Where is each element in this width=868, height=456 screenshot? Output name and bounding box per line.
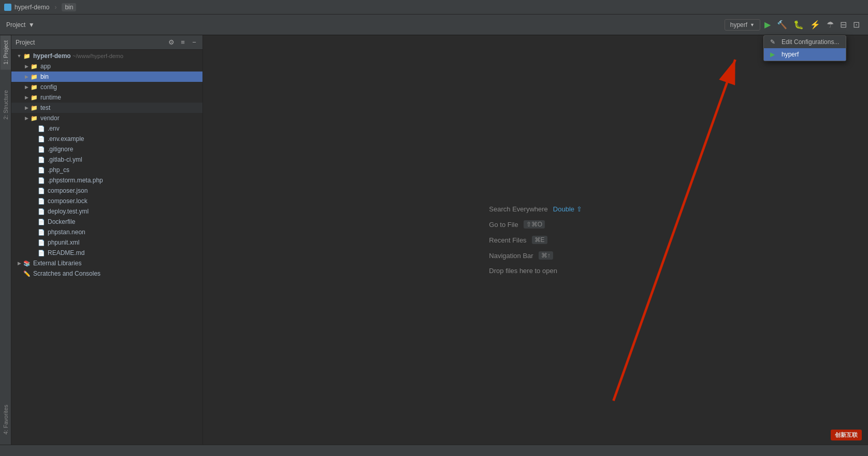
debug-button[interactable]: 🐛 <box>791 19 806 31</box>
sidebar-tab-structure[interactable]: 2: Structure <box>1 85 11 125</box>
sidebar-tab-project[interactable]: 1: Project <box>1 35 11 69</box>
file-icon-gitlab-ci: 📄 <box>37 155 46 164</box>
run-config-button[interactable]: hyperf ▼ <box>725 19 760 31</box>
tree-label-scratches: Scratches and Consoles <box>33 270 100 277</box>
tree-item-bin[interactable]: ▶ 📁 bin <box>11 72 202 82</box>
sidebar-tab-favorites[interactable]: 4: Favorites <box>1 400 11 439</box>
file-icon-phpstan: 📄 <box>37 228 46 236</box>
restore-icon: ⊡ <box>853 20 860 29</box>
tree-item-config[interactable]: ▶ 📁 config <box>11 82 202 92</box>
dropdown-edit-label: Edit Configurations... <box>782 38 839 46</box>
tree-label-readme: README.md <box>48 249 84 256</box>
goto-file-key: ⇧⌘O <box>524 220 545 229</box>
search-everywhere-hint: Search Everywhere Double ⇧ <box>489 205 582 213</box>
scratches-icon: ✏️ <box>23 269 31 278</box>
folder-icon-bin: 📁 <box>30 73 38 81</box>
sidebar-tabs: 1: Project 2: Structure 4: Favorites <box>0 35 11 445</box>
tree-item-phpstorm-meta[interactable]: ▶ 📄 .phpstorm.meta.php <box>11 175 202 186</box>
dropdown-item-hyperf[interactable]: ▶ hyperf <box>764 48 846 61</box>
title-separator: › <box>54 4 56 11</box>
project-minimize-icon[interactable]: − <box>190 38 198 47</box>
tree-item-phpstan[interactable]: ▶ 📄 phpstan.neon <box>11 227 202 237</box>
run-button[interactable]: ▶ <box>762 19 773 31</box>
folder-icon-app: 📁 <box>30 62 38 70</box>
tree-label-hyperf-demo: hyperf-demo ~/www/hyperf-demo <box>33 52 123 60</box>
tree-label-composer-json: composer.json <box>48 187 88 194</box>
tree-item-composer-json[interactable]: ▶ 📄 composer.json <box>11 186 202 196</box>
project-panel-header: Project ⚙ ≡ − <box>11 35 202 50</box>
dropdown-item-edit[interactable]: ✎ Edit Configurations... <box>764 36 846 48</box>
project-panel: Project ⚙ ≡ − ▼ 📁 hyperf-demo ~/www/hype… <box>11 35 203 445</box>
search-everywhere-key: Double ⇧ <box>553 205 582 213</box>
run-play-icon: ▶ <box>764 20 771 29</box>
tree-label-vendor: vendor <box>40 115 60 122</box>
file-icon-dockerfile: 📄 <box>37 218 46 226</box>
tree-item-test[interactable]: ▶ 📁 test <box>11 103 202 113</box>
tree-item-scratches[interactable]: ▶ ✏️ Scratches and Consoles <box>11 268 202 279</box>
tree-arrow-hyperf-demo: ▼ <box>16 52 23 60</box>
profile-button[interactable]: ⚡ <box>808 19 822 31</box>
navigation-bar-label: Navigation Bar <box>489 252 533 260</box>
file-icon-composer-lock: 📄 <box>37 197 46 205</box>
title-bar-left: hyperf-demo › bin <box>4 3 76 11</box>
toolbar-right: hyperf ▼ ▶ 🔨 🐛 ⚡ ☂ ⊟ ⊡ <box>725 19 862 31</box>
navigation-bar-hint: Navigation Bar ⌘↑ <box>489 251 553 260</box>
coverage-button[interactable]: ☂ <box>824 19 836 31</box>
tree-label-config: config <box>40 83 57 91</box>
run-config-label: hyperf <box>730 21 747 28</box>
tree-item-runtime[interactable]: ▶ 📁 runtime <box>11 92 202 103</box>
tree-label-deploy-test: deploy.test.yml <box>48 208 89 215</box>
file-icon-readme: 📄 <box>37 249 46 257</box>
navigation-bar-key: ⌘↑ <box>539 251 553 260</box>
title-breadcrumb: bin <box>62 3 76 11</box>
minimize-icon: ⊟ <box>840 20 847 29</box>
tree-label-phpstorm-meta: .phpstorm.meta.php <box>48 177 103 184</box>
tree-item-vendor[interactable]: ▶ 📁 vendor <box>11 113 202 123</box>
folder-icon-runtime: 📁 <box>30 93 38 102</box>
tree-item-dockerfile[interactable]: ▶ 📄 Dockerfile <box>11 217 202 227</box>
title-bar: hyperf-demo › bin <box>0 0 868 15</box>
tree-item-composer-lock[interactable]: ▶ 📄 composer.lock <box>11 196 202 206</box>
recent-files-key: ⌘E <box>532 236 547 244</box>
tree-item-php-cs[interactable]: ▶ 📄 .php_cs <box>11 165 202 175</box>
restore-button[interactable]: ⊡ <box>851 19 862 31</box>
project-settings-icon[interactable]: ⚙ <box>167 38 176 47</box>
tree-item-app[interactable]: ▶ 📁 app <box>11 61 202 72</box>
tree-item-external-libs[interactable]: ▶ 📚 External Libraries <box>11 258 202 268</box>
external-libs-icon: 📚 <box>23 259 31 267</box>
goto-file-label: Go to File <box>489 221 518 229</box>
tree-item-gitlab-ci[interactable]: ▶ 📄 .gitlab-ci.yml <box>11 154 202 165</box>
tree-arrow-test: ▶ <box>23 104 30 111</box>
project-tree: ▼ 📁 hyperf-demo ~/www/hyperf-demo ▶ 📁 ap… <box>11 50 202 445</box>
tree-label-gitignore: .gitignore <box>48 146 73 153</box>
tree-label-app: app <box>40 63 51 70</box>
tree-label-test: test <box>40 104 50 111</box>
content-area: Search Everywhere Double ⇧ Go to File ⇧⌘… <box>203 35 868 445</box>
file-icon-env: 📄 <box>37 124 46 133</box>
tree-arrow-app: ▶ <box>23 63 30 70</box>
tree-item-env[interactable]: ▶ 📄 .env <box>11 123 202 134</box>
project-dropdown-arrow[interactable]: ▼ <box>28 21 35 28</box>
tree-item-hyperf-demo[interactable]: ▼ 📁 hyperf-demo ~/www/hyperf-demo <box>11 51 202 61</box>
drop-files-hint: Drop files here to open <box>489 267 557 275</box>
tree-label-runtime: runtime <box>40 94 61 101</box>
tree-item-gitignore[interactable]: ▶ 📄 .gitignore <box>11 144 202 154</box>
tree-item-phpunit[interactable]: ▶ 📄 phpunit.xml <box>11 237 202 248</box>
profile-icon: ⚡ <box>810 20 820 29</box>
tree-item-deploy-test[interactable]: ▶ 📄 deploy.test.yml <box>11 206 202 217</box>
tree-item-readme[interactable]: ▶ 📄 README.md <box>11 248 202 258</box>
main-layout: 1: Project 2: Structure 4: Favorites Pro… <box>0 35 868 445</box>
project-panel-title: Project <box>16 39 164 46</box>
top-toolbar: Project ▼ hyperf ▼ ▶ 🔨 🐛 ⚡ ☂ ⊟ <box>0 15 868 35</box>
project-layout-icon[interactable]: ≡ <box>179 38 187 47</box>
tree-label-env-example: .env.example <box>48 135 84 142</box>
drop-files-label: Drop files here to open <box>489 267 557 275</box>
watermark: 创新互联 <box>831 430 862 440</box>
bottom-bar <box>0 445 868 456</box>
hyperf-run-icon: ▶ <box>770 51 777 58</box>
recent-files-hint: Recent Files ⌘E <box>489 236 547 244</box>
file-icon-php-cs: 📄 <box>37 166 46 174</box>
tree-item-env-example[interactable]: ▶ 📄 .env.example <box>11 134 202 144</box>
build-button[interactable]: 🔨 <box>775 19 789 31</box>
minimize-button[interactable]: ⊟ <box>838 19 849 31</box>
